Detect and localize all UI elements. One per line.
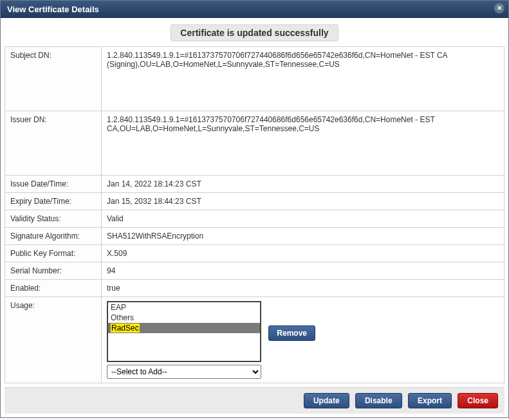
row-issuer-dn: Issuer DN: 1.2.840.113549.1.9.1=#1613737… [5,111,504,176]
cell-usage: EAP Others RadSec Remove --Select to Add… [102,297,504,383]
value-enabled: true [102,280,504,297]
usage-item-others[interactable]: Others [108,313,260,323]
value-serial: 94 [102,262,504,280]
success-message: Certificate is updated successfully [171,24,338,41]
label-sig-alg: Signature Algorithm: [5,228,102,245]
usage-item-eap[interactable]: EAP [108,302,260,313]
label-pk-format: Public Key Format: [5,245,102,262]
value-issue-date: Jan 14, 2022 18:14:23 CST [102,176,504,193]
usage-add-select[interactable]: --Select to Add-- [107,365,261,379]
row-subject-dn: Subject DN: 1.2.840.113549.1.9.1=#161373… [5,47,504,111]
close-icon[interactable]: ✕ [494,3,504,14]
row-enabled: Enabled: true [5,280,504,297]
label-subject-dn: Subject DN: [5,47,102,111]
dialog-footer: Update Disable Export Close [5,387,504,414]
label-expiry-date: Expiry Date/Time: [5,193,102,210]
row-serial: Serial Number: 94 [5,262,504,280]
row-validity: Validity Status: Valid [5,210,504,228]
value-validity: Valid [102,210,504,228]
label-issuer-dn: Issuer DN: [5,111,102,176]
label-issue-date: Issue Date/Time: [5,176,102,193]
close-button[interactable]: Close [458,393,498,408]
value-issuer-dn: 1.2.840.113549.1.9.1=#1613737570706f7274… [102,111,504,176]
row-expiry-date: Expiry Date/Time: Jan 15, 2032 18:44:23 … [5,193,504,210]
value-subject-dn: 1.2.840.113549.1.9.1=#1613737570706f7274… [102,47,504,111]
usage-item-radsec[interactable]: RadSec [108,323,260,333]
details-table: Subject DN: 1.2.840.113549.1.9.1=#161373… [5,46,504,383]
label-usage: Usage: [5,297,102,383]
export-button[interactable]: Export [408,393,452,408]
value-sig-alg: SHA512WithRSAEncryption [102,228,504,245]
label-enabled: Enabled: [5,280,102,297]
usage-listbox[interactable]: EAP Others RadSec [107,301,261,362]
row-usage: Usage: EAP Others RadSec Remove --Select… [5,297,504,383]
row-issue-date: Issue Date/Time: Jan 14, 2022 18:14:23 C… [5,176,504,193]
dialog-title: View Certificate Details [7,5,99,14]
remove-button[interactable]: Remove [268,325,315,341]
disable-button[interactable]: Disable [355,393,402,408]
value-pk-format: X.509 [102,245,504,262]
success-bar: Certificate is updated successfully [1,18,508,46]
row-sig-alg: Signature Algorithm: SHA512WithRSAEncryp… [5,228,504,245]
value-expiry-date: Jan 15, 2032 18:44:23 CST [102,193,504,210]
dialog-header: View Certificate Details ✕ [1,1,508,18]
update-button[interactable]: Update [304,393,349,408]
certificate-dialog: View Certificate Details ✕ Certificate i… [0,0,509,418]
label-validity: Validity Status: [5,210,102,228]
row-pk-format: Public Key Format: X.509 [5,245,504,262]
label-serial: Serial Number: [5,262,102,280]
